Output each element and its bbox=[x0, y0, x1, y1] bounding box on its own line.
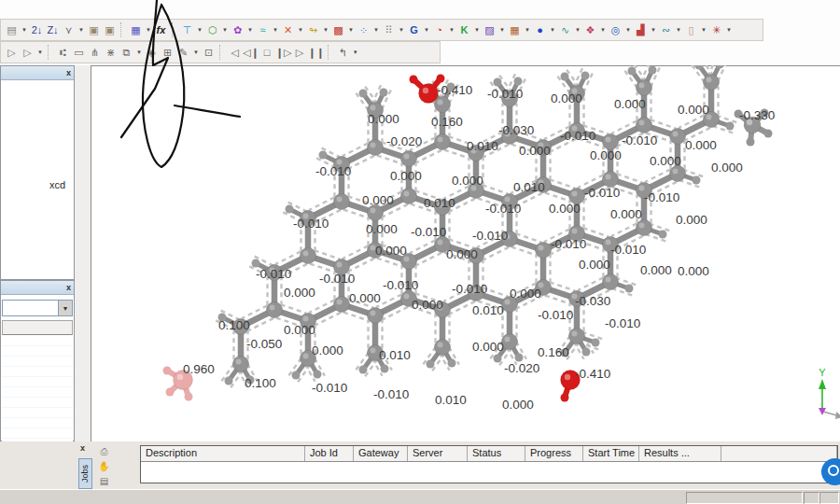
chevron-down-icon[interactable]: ▼ bbox=[649, 21, 658, 38]
module-balls-icon[interactable]: ⁘ bbox=[356, 21, 371, 38]
project-icon[interactable]: ▣ bbox=[86, 21, 102, 38]
project-tree-item[interactable]: xcd bbox=[49, 179, 74, 190]
column-header[interactable]: Gateway bbox=[354, 446, 408, 461]
grid-view-icon[interactable]: ▦ bbox=[128, 21, 144, 38]
branch-icon[interactable]: ⋎ bbox=[61, 21, 77, 38]
chevron-down-icon[interactable]: ▼ bbox=[20, 21, 29, 38]
column-header[interactable]: Results ... bbox=[639, 446, 721, 461]
module-calc-icon[interactable]: ⊤ bbox=[179, 21, 195, 38]
stamp-icon[interactable]: ◈ bbox=[144, 44, 160, 61]
display-style-icon[interactable]: ▤ bbox=[4, 21, 20, 38]
function-icon[interactable]: fx bbox=[153, 21, 169, 38]
module-s-icon[interactable]: ∾ bbox=[658, 21, 674, 38]
module-star-icon[interactable]: ✳ bbox=[708, 21, 724, 38]
chevron-down-icon[interactable]: ▼ bbox=[472, 21, 482, 38]
chevron-down-icon[interactable]: ▼ bbox=[523, 21, 532, 38]
chevron-down-icon[interactable]: ▼ bbox=[296, 21, 305, 38]
chevron-down-icon[interactable]: ▼ bbox=[271, 21, 280, 38]
chevron-down-icon[interactable]: ▼ bbox=[724, 21, 734, 38]
chevron-down-icon[interactable]: ▼ bbox=[35, 44, 45, 61]
module-pillar-icon[interactable]: ▯ bbox=[683, 21, 699, 38]
column-header[interactable] bbox=[721, 446, 837, 461]
module-arrows-icon[interactable]: ↬ bbox=[305, 21, 321, 38]
job-list-icon[interactable]: ▤ bbox=[96, 474, 112, 488]
sketch-icon[interactable]: ⧉ bbox=[119, 44, 134, 61]
sort-descending-icon[interactable]: Z↓ bbox=[45, 21, 61, 38]
chevron-down-icon[interactable]: ▼ bbox=[699, 21, 708, 38]
sort-ascending-icon[interactable]: 2↓ bbox=[29, 21, 45, 38]
module-purplegrid-icon[interactable]: ▨ bbox=[482, 21, 497, 38]
module-flower-icon[interactable]: ✿ bbox=[230, 21, 245, 38]
measure-icon[interactable]: ⊞ bbox=[160, 44, 175, 61]
close-icon[interactable]: x bbox=[80, 443, 85, 453]
module-k-icon[interactable]: K bbox=[456, 21, 472, 38]
chevron-down-icon[interactable]: ▼ bbox=[548, 21, 557, 38]
chevron-down-icon[interactable]: ▼ bbox=[134, 44, 144, 61]
render-mode-icon[interactable]: ▷ bbox=[20, 44, 35, 61]
module-dial-icon[interactable]: ◔ bbox=[431, 21, 447, 38]
module-wave2-icon[interactable]: ∿ bbox=[557, 21, 573, 38]
chevron-down-icon[interactable]: ▼ bbox=[220, 21, 230, 38]
project-new-icon[interactable]: ▣ bbox=[102, 21, 118, 38]
annotate-icon[interactable]: ✎ bbox=[175, 44, 191, 61]
fragment-icon[interactable]: ⋇ bbox=[103, 44, 119, 61]
close-icon[interactable]: x bbox=[66, 69, 71, 77]
chevron-down-icon[interactable]: ▼ bbox=[371, 21, 381, 38]
column-header[interactable]: Progress bbox=[525, 446, 583, 461]
hierarchy-icon[interactable]: ⑆ bbox=[55, 44, 71, 61]
module-blueball-icon[interactable]: ● bbox=[532, 21, 548, 38]
module-redgrid-icon[interactable]: ▩ bbox=[330, 21, 346, 38]
chevron-down-icon[interactable]: ▼ bbox=[598, 21, 608, 38]
module-dots-icon[interactable]: ⠿ bbox=[381, 21, 397, 38]
module-diamond-icon[interactable]: ❖ bbox=[582, 21, 598, 38]
module-gaussian-icon[interactable]: G bbox=[406, 21, 422, 38]
render-icon[interactable]: ▷ bbox=[4, 44, 20, 61]
stop-icon[interactable]: □ bbox=[259, 44, 275, 61]
column-header[interactable]: Job Id bbox=[305, 446, 354, 461]
column-header[interactable]: Server bbox=[408, 446, 468, 461]
chevron-down-icon[interactable]: ▼ bbox=[422, 21, 431, 38]
module-waves-icon[interactable]: ≈ bbox=[255, 21, 271, 38]
chevron-down-icon[interactable]: ▼ bbox=[77, 21, 86, 38]
chevron-down-icon[interactable]: ▼ bbox=[245, 21, 255, 38]
chevron-down-icon[interactable]: ▼ bbox=[497, 21, 507, 38]
chevron-down-icon[interactable]: ▼ bbox=[195, 21, 204, 38]
chevron-down-icon[interactable]: ▼ bbox=[58, 301, 72, 315]
tab-jobs[interactable]: Jobs bbox=[78, 458, 92, 489]
module-mosaic-icon[interactable]: ▦ bbox=[507, 21, 523, 38]
step-back-icon[interactable]: ◁❙ bbox=[243, 44, 259, 61]
module-cube-icon[interactable]: ⬡ bbox=[204, 21, 220, 38]
chevron-down-icon[interactable]: ▼ bbox=[573, 21, 582, 38]
seek-start-icon[interactable]: ◁ bbox=[227, 44, 243, 61]
chevron-down-icon[interactable]: ▼ bbox=[144, 21, 153, 38]
chevron-down-icon[interactable]: ▼ bbox=[674, 21, 683, 38]
chevron-down-icon[interactable]: ▼ bbox=[346, 21, 356, 38]
chevron-down-icon[interactable]: ▼ bbox=[623, 21, 633, 38]
chevron-down-icon[interactable]: ▼ bbox=[351, 44, 360, 61]
column-header[interactable]: Start Time bbox=[583, 446, 639, 461]
filter-combobox[interactable]: ▼ bbox=[2, 300, 73, 316]
column-header[interactable]: Description bbox=[141, 446, 305, 461]
toolbar-separator bbox=[172, 22, 176, 37]
column-header[interactable]: Status bbox=[468, 446, 525, 461]
snapshot-icon[interactable]: ⊡ bbox=[201, 44, 217, 61]
rectangle-icon[interactable]: ▭ bbox=[71, 44, 87, 61]
molecule-viewport[interactable] bbox=[91, 65, 840, 441]
properties-list[interactable] bbox=[2, 336, 73, 446]
module-chart-icon[interactable]: ▟ bbox=[633, 21, 649, 38]
play-icon[interactable]: ▷ bbox=[291, 44, 307, 61]
chevron-down-icon[interactable]: ▼ bbox=[321, 21, 330, 38]
module-x-icon[interactable]: ✕ bbox=[280, 21, 296, 38]
chevron-down-icon[interactable]: ▼ bbox=[191, 44, 201, 61]
chevron-down-icon[interactable]: ▼ bbox=[397, 21, 406, 38]
properties-list-header[interactable] bbox=[2, 320, 73, 335]
job-log-icon[interactable]: ⎙ bbox=[96, 444, 112, 458]
step-forward-icon[interactable]: ❙▷ bbox=[275, 44, 292, 61]
module-target-icon[interactable]: ◎ bbox=[608, 21, 623, 38]
close-icon[interactable]: x bbox=[66, 284, 71, 292]
split-icon[interactable]: ⋔ bbox=[87, 44, 103, 61]
pause-icon[interactable]: ❙❙ bbox=[307, 44, 324, 61]
job-hold-icon[interactable]: ✋ bbox=[96, 459, 112, 473]
chevron-down-icon[interactable]: ▼ bbox=[447, 21, 456, 38]
loop-icon[interactable]: ↰ bbox=[335, 44, 351, 61]
